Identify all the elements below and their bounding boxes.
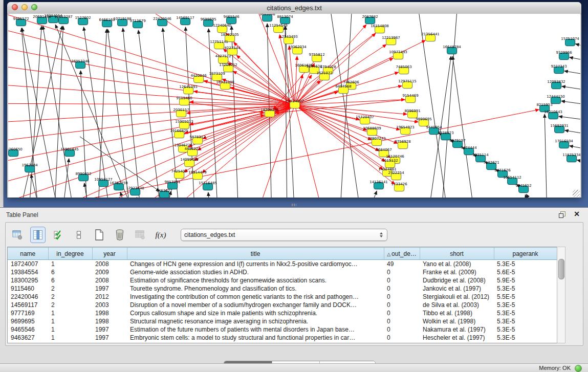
close-window-button[interactable] xyxy=(12,4,18,10)
window-titlebar[interactable]: citations_edges.txt xyxy=(7,2,581,14)
graph-node[interactable] xyxy=(262,14,272,21)
delete-column-icon[interactable] xyxy=(112,227,127,243)
graph-node[interactable] xyxy=(179,122,189,129)
table-row[interactable]: 977716911998Corpus callosum shape and si… xyxy=(8,309,557,317)
graph-node[interactable] xyxy=(203,183,213,190)
graph-node[interactable] xyxy=(399,67,409,74)
graph-node[interactable] xyxy=(223,65,233,72)
table-row[interactable]: 2242004622012Investigating the contribut… xyxy=(8,293,557,301)
graph-node[interactable] xyxy=(159,191,169,198)
resize-grip-icon[interactable] xyxy=(573,190,580,197)
table-row[interactable]: 1872400712008Changes of HCN gene express… xyxy=(8,260,557,269)
graph-node[interactable] xyxy=(217,26,227,33)
graph-node[interactable] xyxy=(548,112,558,119)
network-graph-canvas[interactable]: 9405572206914061938455410653287152760264… xyxy=(8,14,580,198)
column-header-title[interactable]: title xyxy=(127,248,384,260)
graph-node[interactable] xyxy=(379,150,389,157)
graph-node[interactable] xyxy=(385,161,395,168)
graph-node[interactable] xyxy=(203,19,213,27)
graph-node[interactable] xyxy=(452,141,463,148)
graph-node[interactable] xyxy=(402,81,412,89)
graph-node[interactable] xyxy=(133,21,143,28)
table-mode-icon[interactable] xyxy=(10,227,25,243)
rows-icon[interactable] xyxy=(71,227,86,243)
graph-node[interactable] xyxy=(212,74,222,81)
graph-node[interactable] xyxy=(372,139,382,146)
graph-node[interactable] xyxy=(130,188,140,195)
graph-node[interactable] xyxy=(374,182,384,189)
graph-node[interactable] xyxy=(429,127,439,135)
graph-node[interactable] xyxy=(157,19,167,26)
table-row[interactable]: 1938455462009Genome-wide association stu… xyxy=(8,268,557,276)
graph-node[interactable] xyxy=(405,96,416,103)
graph-node[interactable] xyxy=(425,34,435,41)
graph-node[interactable] xyxy=(214,42,224,49)
graph-node[interactable] xyxy=(265,110,275,117)
graph-node[interactable] xyxy=(180,18,190,25)
graph-node[interactable] xyxy=(507,178,517,185)
column-header-in_degree[interactable]: in_degree xyxy=(48,248,92,260)
graph-node[interactable] xyxy=(391,173,401,180)
graph-node[interactable] xyxy=(179,98,189,105)
table-row[interactable]: 911546021997Tourette syndrome. Phenomeno… xyxy=(8,285,557,293)
table-row[interactable]: 946362711997Embryonic stem cells: a mode… xyxy=(8,334,557,342)
table-scrollbar[interactable] xyxy=(557,247,565,343)
select-columns-icon[interactable] xyxy=(51,227,66,243)
column-header-year[interactable]: year xyxy=(92,248,127,260)
graph-node[interactable] xyxy=(441,133,451,140)
table-row[interactable]: 1830029562008Estimation of significance … xyxy=(8,276,557,285)
graph-node[interactable] xyxy=(299,65,309,73)
graph-node[interactable] xyxy=(225,35,235,42)
graph-node[interactable] xyxy=(58,17,69,24)
panel-splitter-grip[interactable] xyxy=(292,204,296,206)
graph-node[interactable] xyxy=(393,52,403,59)
graph-node[interactable] xyxy=(559,53,569,60)
graph-node[interactable] xyxy=(184,160,194,167)
graph-node[interactable] xyxy=(64,149,75,157)
show-columns-icon[interactable] xyxy=(30,227,46,243)
graph-node[interactable] xyxy=(447,47,457,54)
graph-node[interactable] xyxy=(551,82,561,89)
graph-node[interactable] xyxy=(475,155,486,162)
graph-node[interactable] xyxy=(176,110,186,117)
graph-node[interactable] xyxy=(75,61,85,69)
column-header-short[interactable]: short xyxy=(420,248,494,260)
graph-node[interactable] xyxy=(226,17,236,24)
graph-node[interactable] xyxy=(25,165,35,172)
table-row[interactable]: 946554611997Estimation of the future num… xyxy=(8,325,557,334)
graph-node[interactable] xyxy=(567,155,577,162)
graph-node[interactable] xyxy=(312,55,322,62)
graph-node[interactable] xyxy=(292,47,302,54)
graph-node[interactable] xyxy=(497,170,508,178)
graph-node[interactable] xyxy=(554,67,564,74)
graph-node[interactable] xyxy=(539,105,550,112)
close-panel-icon[interactable]: ✕ xyxy=(574,210,580,218)
graph-node[interactable] xyxy=(48,16,58,23)
float-panel-icon[interactable] xyxy=(559,211,565,218)
graph-node[interactable] xyxy=(319,73,330,80)
graph-node[interactable] xyxy=(394,184,404,191)
graph-node[interactable] xyxy=(464,148,474,155)
graph-node[interactable] xyxy=(187,149,198,156)
graph-node[interactable] xyxy=(167,182,178,189)
graph-node[interactable] xyxy=(280,17,290,24)
column-header-pagerank[interactable]: pagerank xyxy=(494,248,557,260)
graph-node[interactable] xyxy=(174,131,184,138)
scrollbar-thumb[interactable] xyxy=(558,259,564,279)
graph-node[interactable] xyxy=(117,19,127,26)
graph-node[interactable] xyxy=(309,67,319,74)
graph-node[interactable] xyxy=(551,97,561,104)
table-row[interactable]: 1456911722003Disruption of a novel membe… xyxy=(8,301,557,309)
column-header-name[interactable]: name xyxy=(8,248,48,260)
graph-node[interactable] xyxy=(565,39,575,46)
graph-node[interactable] xyxy=(554,126,564,133)
graph-node[interactable] xyxy=(8,149,18,157)
graph-node[interactable] xyxy=(375,26,385,33)
graph-node[interactable] xyxy=(78,174,89,181)
graph-node[interactable] xyxy=(174,171,184,179)
graph-node[interactable] xyxy=(192,137,203,144)
graph-node[interactable] xyxy=(220,82,230,90)
graph-node[interactable] xyxy=(37,17,47,24)
graph-node[interactable] xyxy=(360,117,370,124)
graph-node[interactable] xyxy=(386,38,396,45)
